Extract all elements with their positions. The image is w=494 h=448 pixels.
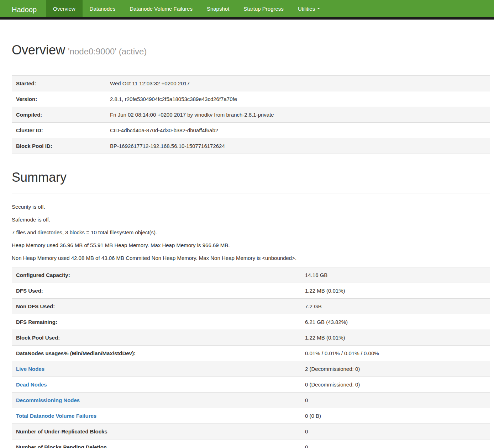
row-label: Started: — [12, 75, 106, 91]
row-label-text: DFS Remaining: — [16, 319, 57, 325]
row-value: BP-1692617712-192.168.56.10-150771617262… — [106, 138, 490, 154]
row-label: DFS Used: — [12, 283, 301, 299]
table-row: DataNodes usages% (Min/Median/Max/stdDev… — [12, 346, 490, 361]
row-value: 6.21 GB (43.82%) — [301, 314, 490, 330]
nav-item-label: Datanode Volume Failures — [130, 6, 193, 12]
summary-line: Security is off. — [12, 203, 490, 210]
row-label-text: Cluster ID: — [16, 127, 43, 133]
row-label-text[interactable]: Live Nodes — [16, 366, 44, 372]
nav-item-label: Startup Progress — [243, 6, 284, 12]
row-value: 7.2 GB — [301, 299, 490, 314]
row-label-text: Version: — [16, 96, 37, 102]
table-row: Decommissioning Nodes 0 — [12, 393, 490, 408]
row-label: Total Datanode Volume Failures — [12, 408, 301, 424]
row-label-text: Block Pool Used: — [16, 335, 60, 341]
row-value: CID-4dbcd40a-870d-4d30-b382-db0aff4f6ab2 — [106, 122, 490, 138]
row-value: Wed Oct 11 12:03:32 +0200 2017 — [106, 75, 490, 91]
row-value: 2.8.1, r20fe5304904fc2f5a18053c389e43cd2… — [106, 91, 490, 107]
row-value: 0 — [301, 393, 490, 408]
table-row: DFS Used: 1.22 MB (0.01%) — [12, 283, 490, 299]
table-row: Block Pool Used: 1.22 MB (0.01%) — [12, 330, 490, 346]
overview-table: Started: Wed Oct 11 12:03:32 +0200 2017 … — [12, 75, 490, 154]
row-value: 0 (Decommissioned: 0) — [301, 377, 490, 393]
row-value: 1.22 MB (0.01%) — [301, 330, 490, 346]
table-row: Started: Wed Oct 11 12:03:32 +0200 2017 — [12, 75, 490, 91]
row-label-text: Number of Under-Replicated Blocks — [16, 428, 107, 434]
row-value: 1.22 MB (0.01%) — [301, 283, 490, 299]
nav-item-label: Overview — [53, 6, 75, 12]
table-row: Number of Under-Replicated Blocks 0 — [12, 424, 490, 439]
summary-line: Non Heap Memory used 42.08 MB of 43.06 M… — [12, 254, 490, 262]
table-row: Total Datanode Volume Failures 0 (0 B) — [12, 408, 490, 424]
row-value: 0.01% / 0.01% / 0.01% / 0.00% — [301, 346, 490, 361]
row-label-text: Number of Blocks Pending Deletion — [16, 444, 107, 448]
row-label-text[interactable]: Dead Nodes — [16, 382, 47, 388]
page-title: Overview'node0:9000' (active) — [12, 43, 490, 57]
top-navbar: Hadoop Overview Datanodes Datanode Volum… — [0, 0, 494, 20]
page-content: Overview'node0:9000' (active) Started: W… — [0, 43, 494, 448]
row-label: Block Pool Used: — [12, 330, 301, 346]
row-label-text: DFS Used: — [16, 288, 43, 294]
row-label: DFS Remaining: — [12, 314, 301, 330]
row-label: Decommissioning Nodes — [12, 393, 301, 408]
nav-item-label: Utilities — [298, 6, 315, 12]
row-label: Live Nodes — [12, 361, 301, 377]
row-label-text: Compiled: — [16, 112, 42, 118]
table-row: DFS Remaining: 6.21 GB (43.82%) — [12, 314, 490, 330]
nav-item-label: Datanodes — [90, 6, 116, 12]
row-label-text[interactable]: Total Datanode Volume Failures — [16, 413, 96, 419]
row-label-text: Non DFS Used: — [16, 303, 55, 309]
row-label-text: Started: — [16, 80, 36, 86]
row-value: 2 (Decommissioned: 0) — [301, 361, 490, 377]
divider — [12, 193, 490, 193]
row-label: DataNodes usages% (Min/Median/Max/stdDev… — [12, 346, 301, 361]
row-label: Number of Under-Replicated Blocks — [12, 424, 301, 439]
page-title-text: Overview — [12, 43, 65, 57]
nav-item-label: Snapshot — [207, 6, 229, 12]
row-label: Version: — [12, 91, 106, 107]
row-value: Fri Jun 02 08:14:00 +0200 2017 by vinodk… — [106, 107, 490, 122]
row-label: Cluster ID: — [12, 122, 106, 138]
summary-title: Summary — [12, 170, 490, 185]
summary-table-body: Configured Capacity: 14.16 GB DFS Used: … — [12, 267, 490, 448]
row-label-text: Configured Capacity: — [16, 272, 70, 278]
table-row: Cluster ID: CID-4dbcd40a-870d-4d30-b382-… — [12, 122, 490, 138]
row-label: Block Pool ID: — [12, 138, 106, 154]
table-row: Non DFS Used: 7.2 GB — [12, 299, 490, 314]
nav-item[interactable]: Snapshot — [200, 0, 236, 17]
table-row: Number of Blocks Pending Deletion 0 — [12, 439, 490, 448]
row-value: 0 — [301, 439, 490, 448]
row-value: 14.16 GB — [301, 267, 490, 283]
nav-item[interactable]: Datanodes — [83, 0, 123, 17]
summary-table: Configured Capacity: 14.16 GB DFS Used: … — [12, 267, 490, 448]
table-row: Dead Nodes 0 (Decommissioned: 0) — [12, 377, 490, 393]
row-label: Configured Capacity: — [12, 267, 301, 283]
summary-line: Safemode is off. — [12, 216, 490, 223]
table-row: Block Pool ID: BP-1692617712-192.168.56.… — [12, 138, 490, 154]
row-label: Dead Nodes — [12, 377, 301, 393]
row-label-text[interactable]: Decommissioning Nodes — [16, 397, 80, 403]
row-label: Non DFS Used: — [12, 299, 301, 314]
table-row: Live Nodes 2 (Decommissioned: 0) — [12, 361, 490, 377]
overview-table-body: Started: Wed Oct 11 12:03:32 +0200 2017 … — [12, 75, 490, 154]
row-label-text: DataNodes usages% (Min/Median/Max/stdDev… — [16, 350, 136, 356]
chevron-down-icon — [317, 8, 320, 9]
table-row: Configured Capacity: 14.16 GB — [12, 267, 490, 283]
nav-item[interactable]: Startup Progress — [236, 0, 291, 17]
row-label: Number of Blocks Pending Deletion — [12, 439, 301, 448]
navbar-menu: Overview Datanodes Datanode Volume Failu… — [46, 0, 327, 17]
summary-paragraphs: Security is off. Safemode is off. 7 file… — [12, 203, 490, 262]
nav-item[interactable]: Utilities — [291, 0, 327, 17]
summary-line: Heap Memory used 36.96 MB of 55.91 MB He… — [12, 241, 490, 249]
table-row: Version: 2.8.1, r20fe5304904fc2f5a18053c… — [12, 91, 490, 107]
row-label: Compiled: — [12, 107, 106, 122]
nav-item[interactable]: Datanode Volume Failures — [122, 0, 200, 17]
row-value: 0 (0 B) — [301, 408, 490, 424]
row-label-text: Block Pool ID: — [16, 143, 52, 149]
row-value: 0 — [301, 424, 490, 439]
namenode-address: 'node0:9000' (active) — [68, 47, 147, 56]
nav-item[interactable]: Overview — [46, 0, 83, 17]
summary-line: 7 files and directories, 3 blocks = 10 t… — [12, 229, 490, 236]
navbar-brand: Hadoop — [0, 0, 46, 17]
table-row: Compiled: Fri Jun 02 08:14:00 +0200 2017… — [12, 107, 490, 122]
